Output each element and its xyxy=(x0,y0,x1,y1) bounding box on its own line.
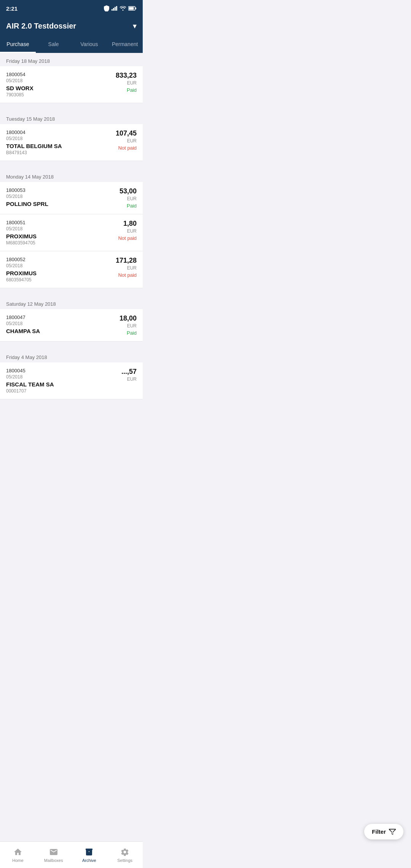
invoice-name: PROXIMUS xyxy=(6,233,99,239)
section-date-1: Tuesday 15 May 2018 xyxy=(0,111,143,124)
menu-dropdown-icon[interactable]: ▾ xyxy=(133,21,137,30)
tab-purchase[interactable]: Purchase xyxy=(0,37,36,53)
invoice-amounts: ...,57 EUR xyxy=(99,368,137,382)
invoice-id: 1800052 xyxy=(6,257,99,262)
nav-archive[interactable]: Archive xyxy=(72,844,107,866)
invoice-currency: EUR xyxy=(99,138,137,144)
invoice-amount: 833,23 xyxy=(99,72,137,80)
table-row[interactable]: 1800051 05/2018 PROXIMUS M6803594705 1,8… xyxy=(0,214,143,251)
section-date-2: Monday 14 May 2018 xyxy=(0,169,143,182)
invoice-info: 1800053 05/2018 POLLINO SPRL xyxy=(6,187,99,207)
tab-sale[interactable]: Sale xyxy=(36,37,72,53)
nav-archive-label: Archive xyxy=(82,858,96,863)
nav-settings[interactable]: Settings xyxy=(107,844,143,866)
invoice-name: TOTAL BELGIUM SA xyxy=(6,143,99,149)
nav-home-label: Home xyxy=(12,858,23,863)
invoice-amount: 18,00 xyxy=(99,314,137,322)
status-bar: 2:21 xyxy=(0,0,143,17)
invoice-status: Paid xyxy=(99,87,137,93)
table-row[interactable]: 1800052 05/2018 PROXIMUS 6803594705 171,… xyxy=(0,251,143,288)
invoice-ref: B8479143 xyxy=(6,150,99,155)
table-row[interactable]: 1800004 05/2018 TOTAL BELGIUM SA B847914… xyxy=(0,124,143,161)
invoice-info: 1800052 05/2018 PROXIMUS 6803594705 xyxy=(6,257,99,282)
invoice-amounts: 171,28 EUR Not paid xyxy=(99,257,137,278)
invoice-name: SD WORX xyxy=(6,85,99,91)
status-icons xyxy=(104,5,137,11)
invoice-amounts: 18,00 EUR Paid xyxy=(99,314,137,336)
invoice-ref: 7903085 xyxy=(6,92,99,97)
settings-icon xyxy=(120,847,130,857)
svg-rect-6 xyxy=(135,8,136,10)
invoice-id: 1800047 xyxy=(6,314,99,320)
invoice-amounts: 107,45 EUR Not paid xyxy=(99,129,137,151)
invoice-currency: EUR xyxy=(99,265,137,271)
invoice-period: 05/2018 xyxy=(6,321,99,326)
invoice-status: Not paid xyxy=(99,145,137,151)
battery-icon xyxy=(128,6,137,11)
invoice-period: 05/2018 xyxy=(6,263,99,268)
table-row[interactable]: 1800054 05/2018 SD WORX 7903085 833,23 E… xyxy=(0,66,143,103)
group-spacer xyxy=(0,341,143,349)
table-row[interactable]: 1800045 05/2018 FISCAL TEAM SA 00001707 … xyxy=(0,362,143,399)
app-title: AIR 2.0 Testdossier xyxy=(6,22,76,30)
date-group-4: Friday 4 May 2018 1800045 05/2018 FISCAL… xyxy=(0,349,143,399)
tab-permanent[interactable]: Permanent xyxy=(107,37,143,53)
invoice-status: Not paid xyxy=(99,272,137,278)
invoice-amount: 171,28 xyxy=(99,257,137,265)
tab-bar: Purchase Sale Various Permanent xyxy=(0,37,143,53)
invoice-currency: EUR xyxy=(99,196,137,201)
invoice-name: POLLINO SPRL xyxy=(6,201,99,207)
invoice-currency: EUR xyxy=(99,80,137,86)
table-row[interactable]: 1800047 05/2018 CHAMPA SA 18,00 EUR Paid xyxy=(0,309,143,341)
invoice-ref: 00001707 xyxy=(6,388,99,394)
invoice-id: 1800045 xyxy=(6,368,99,373)
nav-mailboxes-label: Mailboxes xyxy=(44,858,63,863)
svg-rect-0 xyxy=(112,9,113,11)
invoice-amounts: 833,23 EUR Paid xyxy=(99,72,137,93)
bottom-nav: Home Mailboxes Archive Settings xyxy=(0,841,143,868)
invoice-amount: ...,57 xyxy=(99,368,137,376)
status-time: 2:21 xyxy=(6,5,18,12)
invoice-id: 1800051 xyxy=(6,220,99,225)
invoice-currency: EUR xyxy=(99,323,137,329)
app-header: AIR 2.0 Testdossier ▾ xyxy=(0,17,143,37)
archive-icon xyxy=(84,847,94,857)
invoice-amount: 1,80 xyxy=(99,220,137,228)
invoice-info: 1800054 05/2018 SD WORX 7903085 xyxy=(6,72,99,97)
wifi-icon xyxy=(120,6,126,11)
invoice-status: Not paid xyxy=(99,235,137,241)
invoice-amount: 53,00 xyxy=(99,187,137,195)
invoice-id: 1800053 xyxy=(6,187,99,193)
nav-mailboxes[interactable]: Mailboxes xyxy=(36,844,72,866)
invoice-info: 1800045 05/2018 FISCAL TEAM SA 00001707 xyxy=(6,368,99,394)
invoice-period: 05/2018 xyxy=(6,136,99,141)
mailboxes-icon xyxy=(49,847,59,857)
invoice-id: 1800004 xyxy=(6,129,99,135)
invoice-amounts: 1,80 EUR Not paid xyxy=(99,220,137,241)
group-spacer xyxy=(0,161,143,169)
invoice-id: 1800054 xyxy=(6,72,99,77)
nav-settings-label: Settings xyxy=(117,858,132,863)
invoice-period: 05/2018 xyxy=(6,194,99,199)
invoice-status: Paid xyxy=(99,330,137,336)
invoice-status: Paid xyxy=(99,203,137,209)
invoice-period: 05/2018 xyxy=(6,78,99,83)
group-spacer xyxy=(0,288,143,296)
invoice-info: 1800051 05/2018 PROXIMUS M6803594705 xyxy=(6,220,99,246)
invoice-ref: M6803594705 xyxy=(6,240,99,246)
date-group-3: Saturday 12 May 2018 1800047 05/2018 CHA… xyxy=(0,296,143,341)
invoice-name: CHAMPA SA xyxy=(6,328,99,334)
invoice-period: 05/2018 xyxy=(6,226,99,231)
invoice-amounts: 53,00 EUR Paid xyxy=(99,187,137,209)
invoice-currency: EUR xyxy=(99,228,137,234)
home-icon xyxy=(13,847,23,857)
invoice-period: 05/2018 xyxy=(6,374,99,380)
nav-home[interactable]: Home xyxy=(0,844,36,866)
tab-various[interactable]: Various xyxy=(72,37,107,53)
invoice-amount: 107,45 xyxy=(99,129,137,137)
invoice-info: 1800047 05/2018 CHAMPA SA xyxy=(6,314,99,334)
invoice-name: PROXIMUS xyxy=(6,270,99,276)
table-row[interactable]: 1800053 05/2018 POLLINO SPRL 53,00 EUR P… xyxy=(0,182,143,214)
section-date-3: Saturday 12 May 2018 xyxy=(0,296,143,309)
svg-rect-2 xyxy=(115,7,116,11)
